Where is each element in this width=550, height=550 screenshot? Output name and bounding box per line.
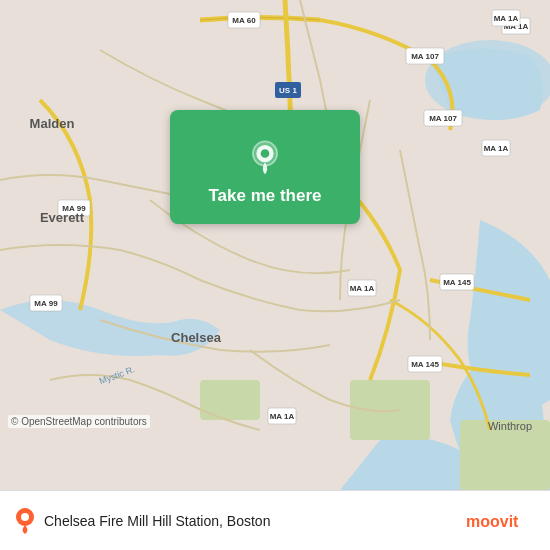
moovit-logo-svg: moovit [466,509,536,533]
location-name: Chelsea Fire Mill Hill Station, Boston [44,513,270,529]
svg-text:MA 145: MA 145 [411,360,439,369]
svg-text:MA 60: MA 60 [232,16,256,25]
svg-text:MA 1A: MA 1A [350,284,375,293]
bottom-pin-icon [14,507,36,535]
svg-point-41 [21,513,29,521]
take-me-there-button[interactable]: Take me there [170,110,360,224]
copyright-text: © OpenStreetMap contributors [8,415,150,428]
svg-text:MA 1A: MA 1A [270,412,295,421]
svg-text:MA 99: MA 99 [34,299,58,308]
button-overlay: Take me there [155,110,375,224]
moovit-logo: moovit [466,509,536,533]
map-container: MA 60 US 1 MA 99 MA 99 MA 107 MA 107 MA … [0,0,550,490]
svg-text:Malden: Malden [30,116,75,131]
take-me-there-label: Take me there [208,186,321,206]
svg-point-38 [261,149,270,158]
svg-text:MA 145: MA 145 [443,278,471,287]
svg-text:MA 107: MA 107 [411,52,439,61]
svg-text:Chelsea: Chelsea [171,330,222,345]
bottom-bar: Chelsea Fire Mill Hill Station, Boston m… [0,490,550,550]
svg-text:moovit: moovit [466,513,519,530]
svg-text:US 1: US 1 [279,86,297,95]
svg-text:Winthrop: Winthrop [488,420,532,432]
svg-text:Everett: Everett [40,210,85,225]
svg-text:MA 1A: MA 1A [494,14,519,23]
svg-text:MA 1A: MA 1A [484,144,509,153]
svg-text:MA 107: MA 107 [429,114,457,123]
map-pin-icon [246,138,284,176]
